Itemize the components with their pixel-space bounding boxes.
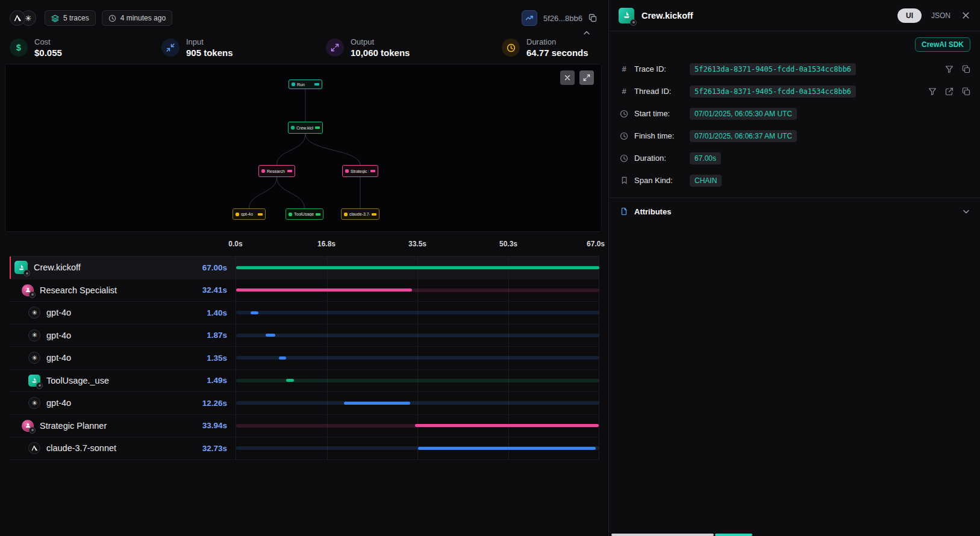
instrumentation-badge-icon <box>29 291 36 298</box>
span-bar-lane <box>236 392 599 414</box>
close-icon[interactable] <box>961 11 970 20</box>
node-icon <box>291 126 295 129</box>
span-track <box>236 356 599 360</box>
openai-icon: ✳ <box>28 397 40 409</box>
clock-icon <box>502 39 520 57</box>
table-row[interactable]: Strategic Planner 33.94s <box>10 415 599 438</box>
metrics-chart-button[interactable] <box>522 10 537 26</box>
clock-icon <box>619 110 629 118</box>
tab-json[interactable]: JSON <box>931 11 950 20</box>
node-label: Strategic Planner <box>351 169 369 173</box>
detail-label: Thread ID: <box>634 87 690 96</box>
graph-edges <box>5 64 602 232</box>
clock-icon <box>619 132 629 140</box>
graph-node-research-specialist[interactable]: Research Specialist <box>258 165 295 177</box>
stat-duration: Duration 64.77 seconds <box>502 37 588 58</box>
node-icon <box>345 169 349 173</box>
detail-row-start-time: Start time: 07/01/2025, 06:05:30 AM UTC <box>609 102 980 125</box>
updated-time-label: 4 minutes ago <box>120 14 166 22</box>
span-track <box>236 311 599 314</box>
traces-count-label: 5 traces <box>63 14 89 22</box>
node-status-chip <box>370 170 375 172</box>
detail-row-duration: Duration: 67.00s <box>609 147 980 169</box>
span-duration: 33.94s <box>202 421 227 430</box>
table-row[interactable]: ✳ gpt-4o 12.26s <box>10 392 599 415</box>
scrollbar-thumb[interactable] <box>611 534 714 536</box>
clock-icon <box>108 14 116 22</box>
table-row[interactable]: claude-3.7-sonnet 32.73s <box>10 437 599 460</box>
span-bar <box>236 288 412 291</box>
trace-graph-panel: Run Crew.kickoff Research Specialist Str… <box>5 64 602 232</box>
span-waterfall: Crew.kickoff 67.00s Research Specialist … <box>10 256 599 460</box>
node-label: claude-3.7-sonnet <box>349 212 370 216</box>
openai-icon: ✳ <box>28 329 40 341</box>
agent-icon <box>22 284 34 296</box>
node-icon <box>289 213 292 216</box>
scrollbar-thumb-accent[interactable] <box>715 534 752 536</box>
node-status-chip <box>316 213 320 216</box>
graph-node-run[interactable]: Run <box>289 79 322 89</box>
span-bar-lane <box>236 437 599 460</box>
span-duration: 1.40s <box>207 308 227 317</box>
instrumentation-badge-icon <box>630 19 637 26</box>
updated-time-badge: 4 minutes ago <box>102 10 172 26</box>
arrows-out-icon <box>326 39 344 57</box>
span-name: Strategic Planner <box>40 421 107 431</box>
external-link-icon[interactable] <box>945 87 953 96</box>
trace-short-id: 5f26...8bb6 <box>543 14 582 23</box>
attributes-toggle[interactable]: Attributes <box>609 198 980 225</box>
span-bar <box>344 402 410 405</box>
horizontal-scrollbar[interactable] <box>609 534 980 536</box>
traces-count-badge[interactable]: 5 traces <box>45 10 96 26</box>
span-duration: 32.41s <box>202 285 227 294</box>
node-status-chip <box>315 126 320 129</box>
span-duration: 12.26s <box>202 399 227 408</box>
graph-node-toolusage[interactable]: ToolUsage._use <box>286 208 323 220</box>
sdk-badge: CrewAI SDK <box>915 37 970 52</box>
tab-ui[interactable]: UI <box>897 8 922 23</box>
table-row[interactable]: ✳ gpt-4o 1.35s <box>10 347 599 370</box>
page-title: Crew.kickoff <box>641 11 693 20</box>
bookmark-icon <box>619 176 629 184</box>
attributes-section: Attributes <box>609 198 980 225</box>
detail-label: Finish time: <box>634 131 690 140</box>
node-label: gpt-4o <box>241 212 253 216</box>
graph-node-claude[interactable]: claude-3.7-sonnet <box>341 208 379 220</box>
copy-icon[interactable] <box>962 65 970 73</box>
table-row[interactable]: Research Specialist 32.41s <box>10 279 599 302</box>
node-status-chip <box>287 170 292 172</box>
filter-icon[interactable] <box>945 65 953 73</box>
axis-tick: 50.3s <box>499 240 517 248</box>
trending-up-icon <box>525 14 534 22</box>
graph-close-button[interactable] <box>560 70 575 85</box>
graph-node-crew-kickoff[interactable]: Crew.kickoff <box>288 122 323 134</box>
span-duration: 67.00s <box>202 263 227 272</box>
graph-expand-button[interactable] <box>579 70 594 85</box>
table-row[interactable]: Crew.kickoff 67.00s <box>10 257 599 279</box>
span-duration: 1.87s <box>207 331 227 340</box>
span-name: Crew.kickoff <box>34 263 81 272</box>
table-row[interactable]: ✳ gpt-4o 1.87s <box>10 325 599 347</box>
graph-node-gpt-4o[interactable]: gpt-4o <box>233 208 266 220</box>
node-status-chip <box>314 83 319 86</box>
trace-id-value: 5f2613da-8371-9405-fcdd-0a1534cc8bb6 <box>690 63 856 75</box>
axis-tick: 67.0s <box>587 240 605 248</box>
chevron-down-icon[interactable] <box>962 207 970 216</box>
copy-icon[interactable] <box>588 14 597 22</box>
stat-value: 64.77 seconds <box>526 48 588 58</box>
table-row[interactable]: ✳ gpt-4o 1.40s <box>10 302 599 325</box>
start-time-value: 07/01/2025, 06:05:30 AM UTC <box>690 108 797 120</box>
table-row[interactable]: ToolUsage._use 1.49s <box>10 370 599 393</box>
openai-icon: ✳ <box>28 307 40 319</box>
copy-icon[interactable] <box>962 87 970 96</box>
graph-node-strategic-planner[interactable]: Strategic Planner <box>342 165 378 177</box>
chevron-up-icon[interactable] <box>582 29 591 37</box>
span-track <box>236 334 599 337</box>
span-name: claude-3.7-sonnet <box>46 443 116 453</box>
timeline-axis: 0.0s 16.8s 33.5s 50.3s 67.0s <box>236 240 599 253</box>
span-name: gpt-4o <box>46 353 71 363</box>
arrows-in-icon <box>161 39 179 57</box>
detail-row-span-kind: Span Kind: CHAIN <box>609 169 980 192</box>
filter-icon[interactable] <box>928 87 937 96</box>
stat-cost: $ Cost $0.055 <box>10 37 161 58</box>
